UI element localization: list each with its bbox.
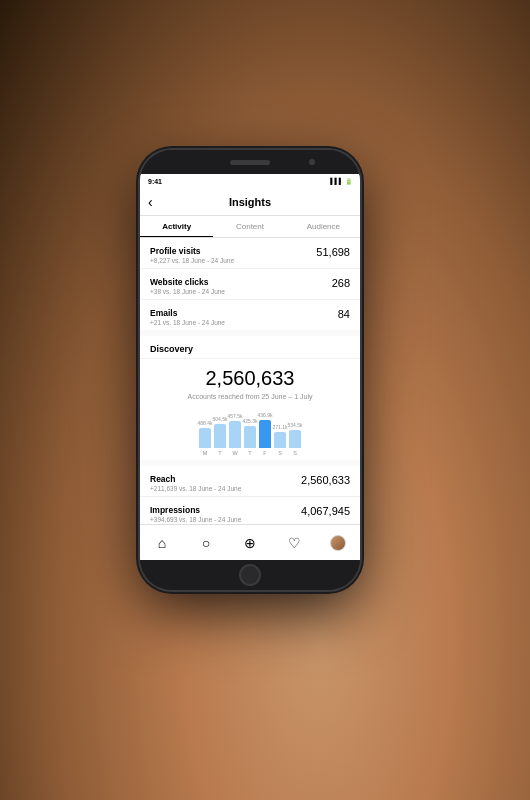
phone-frame: 9:41 ▌▌▌ 🔋 ‹ Insights Activity Content A… (140, 150, 360, 590)
bar-label: 457.5k (227, 413, 242, 419)
metric-sub-emails: +21 vs. 18 June - 24 June (150, 319, 225, 326)
bar-col-s: 271.1kS (273, 424, 288, 456)
bar-s (274, 432, 286, 448)
status-bar: 9:41 ▌▌▌ 🔋 (140, 174, 360, 188)
bar-day-label: T (218, 450, 221, 456)
front-camera (309, 159, 315, 165)
tabs-bar: Activity Content Audience (140, 216, 360, 238)
tab-activity[interactable]: Activity (140, 216, 213, 237)
metric-row-website-clicks: Website clicks +38 vs. 18 June - 24 June… (140, 269, 360, 300)
reach-section: Reach +211,639 vs. 18 June - 24 June 2,5… (140, 466, 360, 524)
bar-s (289, 430, 301, 448)
bar-label: 436.9k (258, 412, 273, 418)
bar-f (259, 420, 271, 448)
metric-sub-reach: +211,639 vs. 18 June - 24 June (150, 485, 241, 492)
nav-search[interactable]: ○ (191, 528, 221, 558)
bar-label: 271.1k (273, 424, 288, 430)
bar-day-label: M (203, 450, 208, 456)
metric-row-emails: Emails +21 vs. 18 June - 24 June 84 (140, 300, 360, 330)
bar-label: 425.3k (242, 418, 257, 424)
discovery-number: 2,560,633 (206, 367, 295, 390)
phone-screen: 9:41 ▌▌▌ 🔋 ‹ Insights Activity Content A… (140, 174, 360, 560)
metric-value-website: 268 (332, 277, 350, 289)
discovery-center: 2,560,633 Accounts reached from 25 June … (140, 359, 360, 460)
bar-label: 488.4k (197, 420, 212, 426)
metric-sub-website: +38 vs. 18 June - 24 June (150, 288, 225, 295)
bar-col-t: 504.5kT (212, 416, 227, 456)
page-title: Insights (229, 196, 271, 208)
status-icons: ▌▌▌ 🔋 (330, 178, 352, 185)
metric-label-impressions: Impressions (150, 505, 241, 515)
metric-row-reach: Reach +211,639 vs. 18 June - 24 June 2,5… (140, 466, 360, 497)
discovery-title: Discovery (140, 336, 360, 359)
bar-label: 534.5k (288, 422, 303, 428)
discovery-section: Discovery 2,560,633 Accounts reached fro… (140, 336, 360, 460)
metrics-section: Profile visits +8,227 vs. 18 June - 24 J… (140, 238, 360, 330)
bar-day-label: F (263, 450, 266, 456)
signal-icon: ▌▌▌ (330, 178, 343, 184)
bar-col-s: 534.5kS (288, 422, 303, 456)
bar-w (229, 421, 241, 448)
bar-m (199, 428, 211, 448)
bar-day-label: T (248, 450, 251, 456)
home-button[interactable] (239, 564, 261, 586)
nav-add[interactable]: ⊕ (235, 528, 265, 558)
metric-value-reach: 2,560,633 (301, 474, 350, 486)
metric-label-website: Website clicks (150, 277, 225, 287)
tab-content[interactable]: Content (213, 216, 286, 237)
metric-value-impressions: 4,067,945 (301, 505, 350, 517)
bar-t (244, 426, 256, 448)
insights-header: ‹ Insights (140, 188, 360, 216)
bar-col-w: 457.5kW (227, 413, 242, 456)
metric-label-reach: Reach (150, 474, 241, 484)
metric-label-profile: Profile visits (150, 246, 234, 256)
phone-top-bar (140, 150, 360, 174)
tab-audience[interactable]: Audience (287, 216, 360, 237)
nav-home[interactable]: ⌂ (147, 528, 177, 558)
bottom-nav: ⌂ ○ ⊕ ♡ (140, 524, 360, 560)
bar-chart: 488.4kM504.5kT457.5kW425.3kT436.9kF271.1… (191, 401, 308, 456)
bar-day-label: W (232, 450, 237, 456)
metric-sub-impressions: +394,693 vs. 18 June - 24 June (150, 516, 241, 523)
bar-label: 504.5k (212, 416, 227, 422)
bar-col-m: 488.4kM (197, 420, 212, 456)
metric-row-profile-visits: Profile visits +8,227 vs. 18 June - 24 J… (140, 238, 360, 269)
metric-value-emails: 84 (338, 308, 350, 320)
profile-avatar (330, 535, 346, 551)
phone-bottom (140, 560, 360, 590)
bar-day-label: S (278, 450, 282, 456)
back-button[interactable]: ‹ (148, 194, 153, 210)
bar-t (214, 424, 226, 448)
content-area: Profile visits +8,227 vs. 18 June - 24 J… (140, 238, 360, 524)
bar-col-f: 436.9kF (258, 412, 273, 456)
metric-sub-profile: +8,227 vs. 18 June - 24 June (150, 257, 234, 264)
speaker-grille (230, 160, 270, 165)
metric-label-emails: Emails (150, 308, 225, 318)
bar-col-t: 425.3kT (242, 418, 257, 456)
nav-likes[interactable]: ♡ (279, 528, 309, 558)
metric-row-impressions: Impressions +394,693 vs. 18 June - 24 Ju… (140, 497, 360, 524)
discovery-desc: Accounts reached from 25 June – 1 July (188, 392, 313, 401)
battery-icon: 🔋 (345, 178, 352, 185)
status-time: 9:41 (148, 178, 162, 185)
bar-day-label: S (293, 450, 297, 456)
nav-profile[interactable] (323, 528, 353, 558)
metric-value-profile: 51,698 (316, 246, 350, 258)
